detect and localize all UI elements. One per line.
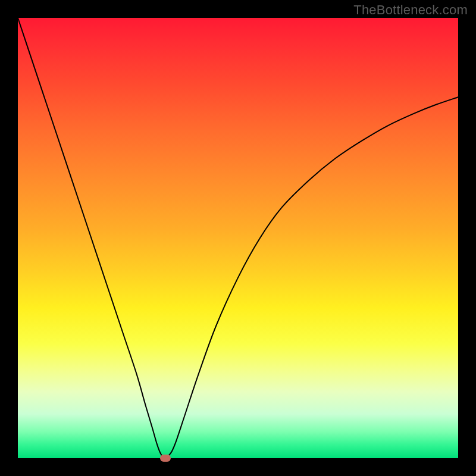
chart-container: TheBottleneck.com	[0, 0, 476, 476]
optimal-point-marker	[160, 455, 171, 462]
plot-area	[18, 18, 458, 458]
watermark-text: TheBottleneck.com	[353, 2, 468, 18]
bottleneck-curve	[18, 18, 458, 458]
